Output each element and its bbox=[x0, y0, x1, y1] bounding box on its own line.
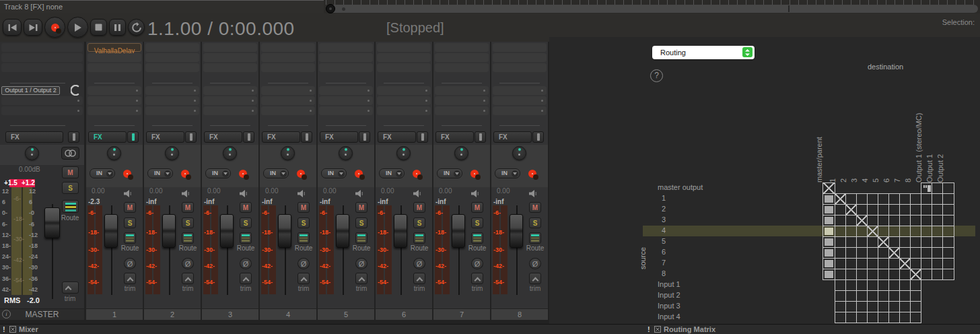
fx-button[interactable]: FX bbox=[88, 131, 127, 143]
send-slot[interactable] bbox=[377, 86, 431, 95]
fx-slot[interactable] bbox=[1, 43, 83, 52]
matrix-cell[interactable] bbox=[899, 301, 911, 312]
level-meter[interactable]: -6--18--30--42--54- bbox=[435, 205, 450, 294]
matrix-cell[interactable] bbox=[942, 236, 954, 248]
mute-button[interactable]: M bbox=[298, 202, 310, 213]
mute-button[interactable]: M bbox=[471, 202, 483, 213]
matrix-cell[interactable] bbox=[845, 193, 857, 205]
send-slot[interactable] bbox=[261, 86, 315, 95]
matrix-column-label[interactable]: master/parent bbox=[815, 137, 824, 182]
pan-knob[interactable] bbox=[25, 146, 39, 160]
track-name-cell[interactable]: 1 bbox=[86, 309, 143, 320]
input-select-button[interactable]: IN bbox=[321, 168, 347, 178]
volume-fader[interactable] bbox=[510, 214, 523, 248]
matrix-column-label[interactable]: Output 2 bbox=[936, 154, 945, 182]
play-button[interactable] bbox=[67, 17, 88, 38]
matrix-cell[interactable] bbox=[921, 182, 932, 194]
matrix-cell[interactable] bbox=[878, 301, 889, 312]
fx-enable-slider[interactable] bbox=[301, 131, 312, 143]
matrix-row-label[interactable]: 7 bbox=[643, 258, 823, 269]
matrix-cell[interactable] bbox=[921, 258, 932, 269]
solo-button[interactable]: S bbox=[62, 182, 79, 194]
matrix-cell[interactable] bbox=[845, 215, 857, 226]
send-slot[interactable] bbox=[493, 106, 547, 115]
record-arm-button[interactable] bbox=[239, 170, 247, 178]
fx-slot[interactable]: ValhallaDelay bbox=[88, 43, 141, 52]
fx-enable-slider[interactable] bbox=[475, 131, 486, 143]
fx-slot[interactable] bbox=[319, 53, 373, 62]
matrix-cell[interactable] bbox=[888, 193, 900, 205]
input-select-button[interactable]: IN bbox=[263, 168, 289, 178]
matrix-row-label[interactable]: 6 bbox=[643, 247, 823, 258]
stereo-mono-icon[interactable] bbox=[61, 147, 79, 160]
matrix-cell[interactable] bbox=[942, 193, 954, 205]
track-name-cell[interactable]: 2 bbox=[144, 309, 201, 320]
trim-button[interactable] bbox=[355, 273, 368, 284]
fx-slot[interactable] bbox=[145, 53, 199, 62]
matrix-cell[interactable] bbox=[835, 258, 846, 269]
send-slot[interactable] bbox=[435, 86, 489, 95]
matrix-cell[interactable] bbox=[932, 226, 943, 237]
solo-button[interactable]: S bbox=[124, 218, 136, 228]
matrix-cell[interactable] bbox=[932, 236, 943, 248]
matrix-cell[interactable] bbox=[845, 312, 857, 323]
send-slot[interactable] bbox=[203, 96, 257, 105]
fx-slot[interactable] bbox=[203, 43, 257, 52]
tab-routing-matrix[interactable]: Routing Matrix bbox=[664, 325, 715, 334]
fx-slot[interactable] bbox=[435, 63, 489, 72]
fx-button[interactable]: FX bbox=[435, 131, 474, 143]
matrix-cell[interactable] bbox=[867, 301, 878, 312]
matrix-cell[interactable] bbox=[910, 312, 921, 323]
matrix-cell[interactable] bbox=[899, 215, 911, 226]
matrix-cell[interactable] bbox=[910, 193, 921, 205]
mixer-tab-bar[interactable]: ! Mixer bbox=[0, 324, 645, 334]
phase-button[interactable]: Ø bbox=[529, 258, 541, 269]
fx-slot[interactable] bbox=[1, 63, 83, 72]
record-arm-button[interactable] bbox=[123, 170, 131, 178]
matrix-cell[interactable] bbox=[888, 279, 900, 291]
matrix-cell[interactable] bbox=[867, 279, 878, 291]
matrix-cell[interactable] bbox=[878, 258, 889, 269]
matrix-cell[interactable] bbox=[910, 279, 921, 291]
matrix-cell[interactable] bbox=[835, 269, 846, 280]
volume-readout[interactable]: 0.00 bbox=[497, 187, 510, 195]
dropdown-stepper-icon[interactable] bbox=[742, 47, 753, 57]
fx-slot[interactable] bbox=[145, 43, 199, 52]
input-select-button[interactable]: IN bbox=[495, 168, 520, 178]
track-name-cell[interactable]: 3 bbox=[202, 309, 258, 320]
matrix-cell[interactable] bbox=[899, 290, 911, 302]
matrix-cell[interactable] bbox=[835, 312, 846, 323]
solo-button[interactable]: S bbox=[298, 218, 310, 228]
volume-fader[interactable] bbox=[394, 214, 407, 248]
trim-button[interactable] bbox=[413, 273, 425, 284]
matrix-cell[interactable] bbox=[856, 301, 868, 312]
horizontal-scrollbar[interactable] bbox=[328, 5, 978, 13]
matrix-cell[interactable] bbox=[856, 226, 868, 237]
route-button[interactable] bbox=[124, 232, 136, 244]
input-select-button[interactable]: IN bbox=[147, 168, 173, 178]
close-tab-icon[interactable] bbox=[654, 326, 661, 334]
matrix-cell[interactable] bbox=[910, 269, 921, 280]
matrix-cell[interactable] bbox=[845, 290, 857, 302]
docker-exclaim[interactable]: ! bbox=[648, 325, 650, 334]
send-slot[interactable] bbox=[88, 106, 141, 115]
matrix-cell[interactable] bbox=[932, 204, 943, 215]
volume-readout[interactable]: 0.00 bbox=[149, 187, 162, 195]
peak-readout[interactable]: -inf bbox=[493, 198, 504, 205]
help-icon[interactable]: ? bbox=[650, 69, 663, 82]
phase-button[interactable]: Ø bbox=[355, 258, 368, 269]
mute-button[interactable]: M bbox=[62, 166, 79, 178]
route-button[interactable] bbox=[471, 232, 483, 244]
matrix-cell[interactable] bbox=[867, 258, 878, 269]
matrix-row-label[interactable]: Input 1 bbox=[643, 279, 823, 290]
matrix-cell[interactable] bbox=[888, 204, 900, 215]
send-slot[interactable] bbox=[1, 106, 83, 115]
trim-button[interactable] bbox=[124, 273, 136, 284]
track-name-cell[interactable]: 5 bbox=[318, 309, 374, 320]
peak-readout[interactable]: -inf bbox=[146, 198, 157, 205]
matrix-cell[interactable] bbox=[845, 279, 857, 291]
matrix-cell[interactable] bbox=[845, 226, 857, 237]
volume-readout[interactable]: 0.00 bbox=[265, 187, 278, 195]
matrix-cell[interactable] bbox=[878, 269, 889, 280]
mute-button[interactable]: M bbox=[124, 202, 136, 213]
